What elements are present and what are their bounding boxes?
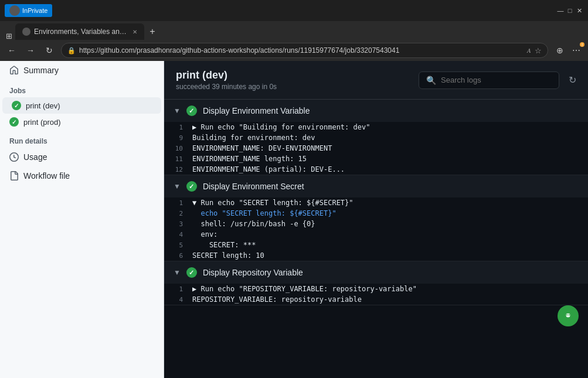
line-content: SECRET length: 10	[192, 251, 588, 260]
line-content: ▶ Run echo "Building for environment: de…	[192, 123, 588, 131]
log-line: 10ENVIRONMENT_NAME: DEV-ENVIRONMENT	[164, 143, 588, 154]
log-line: 1▶ Run echo "Building for environment: d…	[164, 122, 588, 132]
chevron-down-icon-1: ▼	[174, 107, 181, 115]
section-2-title: Display Environment Secret	[203, 182, 304, 191]
section-success-icon-1	[186, 105, 197, 116]
bookmark-icon[interactable]: ☆	[535, 46, 542, 55]
log-line: 1▼ Run echo "SECRET length: ${#SECRET}"	[164, 197, 588, 208]
refresh-logs-button[interactable]: ↻	[569, 74, 576, 86]
favorites-button[interactable]: ⋯ !	[569, 43, 583, 57]
tab-grid-button[interactable]: ⊞	[5, 32, 13, 40]
log-section-1: ▼ Display Environment Variable 1▶ Run ec…	[164, 100, 588, 175]
job-prod-label: print (prod)	[23, 118, 61, 127]
log-line: 11ENVIRONMENT_NAME length: 15	[164, 154, 588, 164]
workflow-file-label: Workflow file	[23, 171, 70, 181]
line-number: 9	[164, 134, 192, 142]
log-section-2-header[interactable]: ▼ Display Environment Secret	[164, 175, 588, 197]
forward-button[interactable]: →	[23, 43, 38, 57]
content-pane: print (dev) succeeded 39 minutes ago in …	[164, 61, 588, 378]
tab-favicon	[22, 28, 30, 36]
line-content: ENVIRONMENT_NAME (partial): DEV-E...	[192, 165, 588, 173]
line-number: 1	[164, 285, 192, 293]
svg-point-1	[566, 314, 567, 315]
avatar	[9, 5, 20, 16]
section-2-log-lines: 1▼ Run echo "SECRET length: ${#SECRET}"2…	[164, 197, 588, 261]
extensions-button[interactable]: ⊕	[553, 43, 567, 57]
clock-icon	[9, 152, 19, 162]
log-line: 2 echo "SECRET length: ${#SECRET}"	[164, 208, 588, 219]
line-number: 6	[164, 251, 192, 260]
log-line: 6SECRET length: 10	[164, 250, 588, 261]
new-tab-button[interactable]: +	[144, 23, 161, 40]
log-section-3-header[interactable]: ▼ Display Repository Variable	[164, 261, 588, 284]
search-box[interactable]: 🔍	[419, 71, 559, 89]
maximize-button[interactable]: □	[566, 6, 574, 15]
line-number: 2	[164, 209, 192, 217]
job-title: print (dev)	[176, 69, 277, 81]
section-3-title: Display Repository Variable	[203, 268, 303, 277]
sidebar-item-usage[interactable]: Usage	[0, 148, 164, 166]
active-tab[interactable]: Environments, Variables and Secr... ✕	[15, 23, 144, 40]
job-dev-label: print (dev)	[26, 101, 60, 110]
line-number: 12	[164, 165, 192, 173]
search-icon: 🔍	[426, 76, 436, 85]
job-success-icon-dev	[12, 101, 21, 110]
chevron-down-icon-2: ▼	[174, 182, 181, 190]
line-number: 4	[164, 230, 192, 239]
log-line: 1▶ Run echo "REPOSITORY_VARIABLE: reposi…	[164, 284, 588, 294]
jobs-section-label: Jobs	[0, 80, 164, 97]
section-3-log-lines: 1▶ Run echo "REPOSITORY_VARIABLE: reposi…	[164, 284, 588, 305]
url-text: https://github.com/prasadhonrao/github-a…	[79, 46, 524, 55]
line-content: ENVIRONMENT_NAME: DEV-ENVIRONMENT	[192, 144, 588, 152]
refresh-button[interactable]: ↻	[42, 43, 56, 57]
lock-icon: 🔒	[67, 47, 76, 55]
search-input[interactable]	[441, 76, 552, 84]
copilot-button[interactable]	[558, 305, 579, 326]
minimize-button[interactable]: —	[556, 6, 565, 15]
job-item-dev[interactable]: print (dev)	[2, 97, 161, 114]
line-number: 3	[164, 220, 192, 228]
job-status: succeeded 39 minutes ago in 0s	[176, 83, 277, 91]
content-header: print (dev) succeeded 39 minutes ago in …	[164, 61, 588, 100]
section-success-icon-3	[186, 267, 197, 278]
sidebar-item-summary[interactable]: Summary	[0, 61, 164, 80]
line-content: SECRET: ***	[192, 241, 588, 249]
section-1-log-lines: 1▶ Run echo "Building for environment: d…	[164, 122, 588, 175]
summary-label: Summary	[23, 66, 59, 75]
log-line: 12ENVIRONMENT_NAME (partial): DEV-E...	[164, 164, 588, 175]
section-success-icon-2	[186, 181, 197, 192]
log-line: 4REPOSITORY_VARIABLE: repository-variabl…	[164, 294, 588, 305]
log-line: 9Building for environment: dev	[164, 132, 588, 143]
close-button[interactable]: ✕	[575, 6, 583, 15]
line-number: 10	[164, 144, 192, 152]
tab-close-button[interactable]: ✕	[132, 29, 137, 35]
line-content: REPOSITORY_VARIABLE: repository-variable	[192, 295, 588, 304]
chevron-down-icon-3: ▼	[174, 268, 181, 277]
log-line: 4 env:	[164, 229, 588, 240]
run-details-label: Run details	[0, 130, 164, 148]
line-content: ▶ Run echo "REPOSITORY_VARIABLE: reposit…	[192, 285, 588, 293]
inprivate-badge: InPrivate	[5, 4, 52, 17]
line-content: ENVIRONMENT_NAME length: 15	[192, 155, 588, 163]
line-content: Building for environment: dev	[192, 134, 588, 142]
usage-label: Usage	[23, 152, 47, 162]
job-item-prod[interactable]: print (prod)	[0, 114, 164, 130]
address-bar[interactable]: 🔒 https://github.com/prasadhonrao/github…	[61, 43, 548, 58]
line-number: 11	[164, 155, 192, 163]
log-line: 3 shell: /usr/bin/bash -e {0}	[164, 219, 588, 229]
line-content: env:	[192, 230, 588, 239]
section-1-title: Display Environment Variable	[203, 106, 310, 115]
log-section-1-header[interactable]: ▼ Display Environment Variable	[164, 100, 588, 122]
line-content: echo "SECRET length: ${#SECRET}"	[192, 209, 588, 217]
line-content: shell: /usr/bin/bash -e {0}	[192, 220, 588, 228]
log-section-3: ▼ Display Repository Variable 1▶ Run ech…	[164, 261, 588, 305]
back-button[interactable]: ←	[5, 43, 19, 57]
line-number: 5	[164, 241, 192, 249]
tab-title: Environments, Variables and Secr...	[34, 28, 129, 36]
line-number: 1	[164, 123, 192, 131]
inprivate-label: InPrivate	[22, 7, 47, 14]
sidebar-item-workflow-file[interactable]: Workflow file	[0, 166, 164, 185]
log-line: 5 SECRET: ***	[164, 240, 588, 250]
line-number: 4	[164, 295, 192, 304]
line-number: 1	[164, 199, 192, 207]
